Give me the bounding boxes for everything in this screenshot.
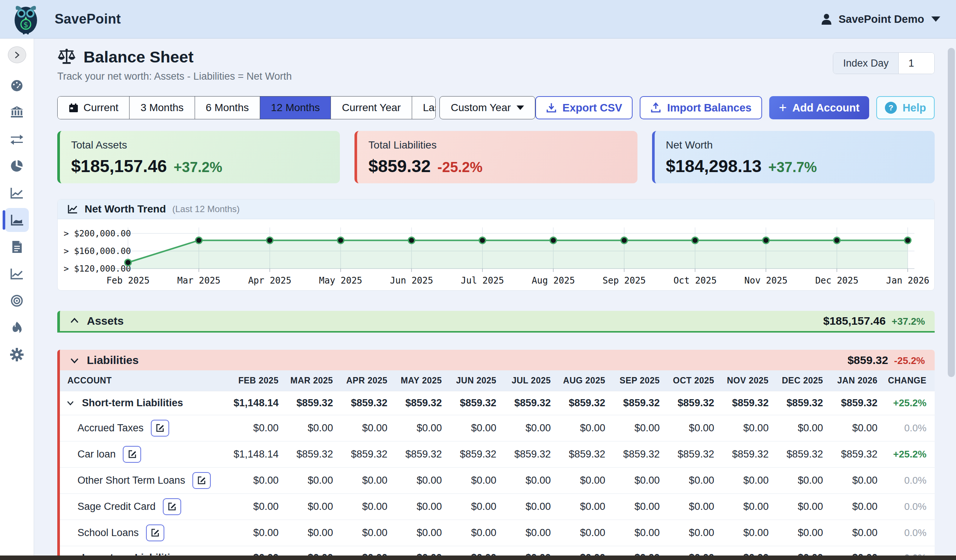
data-point[interactable] bbox=[196, 237, 202, 243]
vertical-scrollbar-thumb[interactable] bbox=[948, 48, 955, 377]
edit-account-button[interactable] bbox=[192, 472, 211, 489]
balance-cell: $859.32 bbox=[337, 391, 391, 415]
tab-6-months[interactable]: 6 Months bbox=[195, 97, 260, 119]
svg-text:> $120,000.00: > $120,000.00 bbox=[64, 264, 131, 273]
tab-custom-year[interactable]: Custom Year bbox=[439, 96, 535, 119]
download-icon bbox=[546, 102, 557, 113]
data-point[interactable] bbox=[338, 237, 344, 243]
sidebar-item-fire[interactable] bbox=[5, 316, 29, 340]
liabilities-table: ACCOUNTFEB 2025MAR 2025APR 2025MAY 2025J… bbox=[60, 370, 935, 560]
balance-cell: $859.32 bbox=[555, 441, 609, 467]
tab-label: 6 Months bbox=[206, 102, 249, 114]
sidebar-item-trends[interactable] bbox=[5, 181, 29, 205]
tab-current-year[interactable]: Current Year bbox=[330, 97, 411, 119]
table-row: Car loan$1,148.14$859.32$859.32$859.32$8… bbox=[60, 441, 935, 467]
sidebar-item-allocation[interactable] bbox=[5, 154, 29, 178]
tab-label: Current Year bbox=[342, 102, 401, 114]
add-account-button[interactable]: + Add Account bbox=[769, 96, 869, 119]
svg-text:Apr 2025: Apr 2025 bbox=[248, 275, 292, 286]
liabilities-section-header[interactable]: Liabilities $859.32 -25.2% bbox=[60, 350, 935, 370]
index-day-input[interactable] bbox=[898, 53, 934, 74]
balance-cell: $859.32 bbox=[337, 441, 391, 467]
data-point[interactable] bbox=[905, 237, 911, 243]
vertical-scrollbar-track[interactable] bbox=[948, 41, 955, 560]
sidebar-item-dashboard[interactable] bbox=[5, 73, 29, 97]
balance-cell: $859.32 bbox=[663, 391, 717, 415]
data-point[interactable] bbox=[125, 259, 131, 266]
balance-cell: $0.00 bbox=[609, 519, 663, 546]
card-label: Total Assets bbox=[71, 139, 329, 151]
export-csv-button[interactable]: Export CSV bbox=[535, 96, 633, 119]
balance-cell: $859.32 bbox=[772, 391, 827, 415]
sidebar-item-balance-sheet[interactable] bbox=[5, 208, 29, 232]
table-row: School Loans$0.00$0.00$0.00$0.00$0.00$0.… bbox=[60, 519, 935, 546]
card-value: $859.32 bbox=[368, 156, 431, 176]
balance-cell: $859.32 bbox=[282, 441, 336, 467]
sidebar-item-reports[interactable] bbox=[5, 235, 29, 259]
balance-cell: $1,148.14 bbox=[228, 441, 282, 467]
tab-3-months[interactable]: 3 Months bbox=[129, 97, 194, 119]
column-header: ACCOUNT bbox=[60, 370, 228, 391]
trend-chart-icon bbox=[67, 204, 78, 215]
assets-section-header[interactable]: Assets $185,157.46 +37.2% bbox=[57, 311, 935, 333]
balance-cell: $0.00 bbox=[337, 467, 391, 493]
chart-title: Net Worth Trend bbox=[85, 203, 166, 215]
data-point[interactable] bbox=[833, 237, 840, 243]
card-change: +37.7% bbox=[768, 159, 817, 176]
tab-current[interactable]: Current bbox=[58, 97, 129, 119]
data-point[interactable] bbox=[621, 237, 627, 243]
column-header: MAR 2025 bbox=[282, 370, 336, 391]
page-subtitle: Track your net worth: Assets - Liabiliti… bbox=[57, 71, 935, 82]
edit-account-button[interactable] bbox=[146, 524, 164, 541]
flame-icon bbox=[9, 320, 24, 335]
upload-icon bbox=[650, 102, 661, 113]
help-label: Help bbox=[903, 102, 926, 114]
change-cell: 0.0% bbox=[881, 493, 935, 519]
user-menu[interactable]: SavePoint Demo bbox=[820, 13, 940, 25]
balance-cell: $0.00 bbox=[718, 519, 772, 546]
sidebar-collapse-toggle[interactable] bbox=[8, 46, 26, 63]
edit-account-button[interactable] bbox=[123, 446, 141, 463]
account-name-cell[interactable]: Short-term Liabilities bbox=[60, 397, 224, 409]
sidebar bbox=[0, 39, 34, 560]
tab-last-year[interactable]: Last Year bbox=[412, 97, 436, 119]
edit-account-button[interactable] bbox=[151, 420, 169, 436]
data-point[interactable] bbox=[692, 237, 698, 243]
edit-account-button[interactable] bbox=[163, 498, 181, 515]
help-button[interactable]: ? Help bbox=[876, 96, 935, 119]
account-name-cell: Sage Credit Card bbox=[60, 498, 224, 515]
balance-cell: $0.00 bbox=[500, 467, 554, 493]
chevron-up-icon bbox=[70, 316, 79, 326]
balance-cell: $859.32 bbox=[500, 441, 554, 467]
data-point[interactable] bbox=[267, 237, 273, 243]
svg-text:May 2025: May 2025 bbox=[319, 275, 362, 286]
data-point[interactable] bbox=[408, 237, 415, 243]
balance-cell: $0.00 bbox=[718, 415, 772, 441]
sidebar-item-settings[interactable] bbox=[5, 343, 29, 367]
bank-icon bbox=[9, 105, 24, 120]
account-name: Short-term Liabilities bbox=[82, 397, 183, 409]
total-liabilities-card: Total Liabilities $859.32 -25.2% bbox=[354, 131, 637, 183]
gear-icon bbox=[9, 347, 24, 362]
liabilities-section-label: Liabilities bbox=[87, 354, 138, 367]
chart-subtitle: (Last 12 Months) bbox=[172, 204, 239, 214]
sidebar-item-performance[interactable] bbox=[5, 262, 29, 286]
column-header: JUL 2025 bbox=[500, 370, 554, 391]
balance-cell: $0.00 bbox=[772, 519, 827, 546]
svg-text:> $200,000.00: > $200,000.00 bbox=[64, 229, 131, 238]
data-point[interactable] bbox=[763, 237, 769, 243]
import-balances-button[interactable]: Import Balances bbox=[640, 96, 762, 119]
tab-12-months[interactable]: 12 Months bbox=[260, 97, 331, 119]
user-name: SavePoint Demo bbox=[838, 13, 924, 25]
account-name-cell: Car loan bbox=[60, 446, 224, 463]
sidebar-item-goals[interactable] bbox=[5, 289, 29, 313]
assets-section-value: $185,157.46 bbox=[823, 315, 886, 327]
sidebar-item-accounts[interactable] bbox=[5, 100, 29, 124]
balance-cell: $0.00 bbox=[282, 467, 336, 493]
sidebar-item-transactions[interactable] bbox=[5, 127, 29, 151]
card-change: +37.2% bbox=[174, 159, 222, 176]
balance-cell: $0.00 bbox=[228, 467, 282, 493]
column-header: JUN 2025 bbox=[446, 370, 500, 391]
data-point[interactable] bbox=[479, 237, 486, 243]
data-point[interactable] bbox=[550, 237, 557, 243]
